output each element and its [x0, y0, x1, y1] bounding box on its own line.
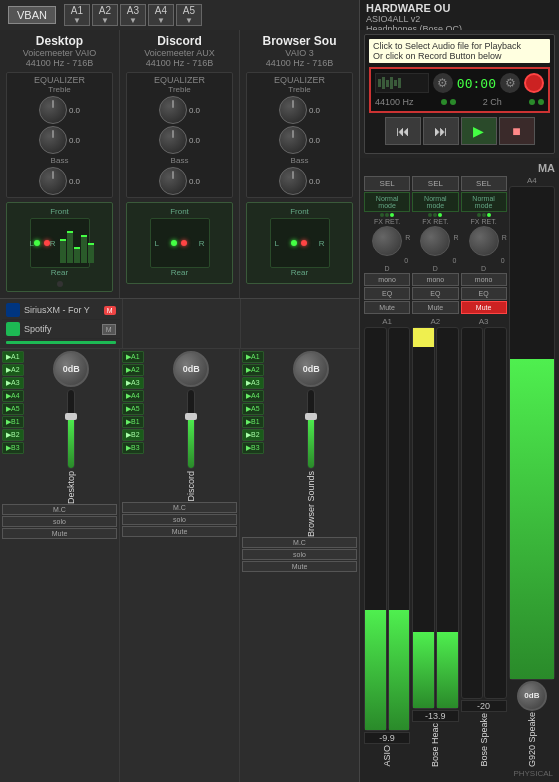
treble-knob-discord[interactable]: [159, 96, 187, 124]
fader-knob-desktop[interactable]: 0dB: [53, 351, 89, 387]
mode-a3[interactable]: Normalmode: [461, 192, 507, 212]
bus-b1-discord[interactable]: ▶B1: [122, 416, 144, 428]
fader-handle-desktop[interactable]: [65, 413, 77, 420]
mode-asio[interactable]: Normalmode: [364, 192, 410, 212]
record-button[interactable]: [524, 73, 544, 93]
fader-knob-browser[interactable]: 0dB: [293, 351, 329, 387]
bus-a5-browser[interactable]: ▶A5: [242, 403, 264, 415]
spotify-mute[interactable]: M: [102, 324, 116, 335]
bus-b3-browser[interactable]: ▶B3: [242, 442, 264, 454]
eq-asio[interactable]: EQ: [364, 287, 410, 300]
mono-a3[interactable]: mono: [461, 273, 507, 286]
solo-discord[interactable]: solo: [122, 514, 237, 525]
bus-b3-discord[interactable]: ▶B3: [122, 442, 144, 454]
stop-button[interactable]: ■: [499, 117, 535, 145]
bus-a5-desktop[interactable]: ▶A5: [2, 403, 24, 415]
bus-a3-browser[interactable]: ▶A3: [242, 377, 264, 389]
bus-a5-discord[interactable]: ▶A5: [122, 403, 144, 415]
mid-knob-browser[interactable]: [279, 126, 307, 154]
master-ch-a2: SEL Normalmode FX RET. R 0: [412, 176, 458, 767]
bus-a4-desktop[interactable]: ▶A4: [2, 390, 24, 402]
tape-row: ⚙ 00:00 ⚙: [375, 73, 544, 93]
recorder-hint[interactable]: Click to Select Audio file for Playback …: [369, 39, 550, 63]
bus-a3-discord[interactable]: ▶A3: [122, 377, 144, 389]
bass-knob-desktop[interactable]: [39, 167, 67, 195]
fader-track-discord[interactable]: [187, 389, 195, 469]
gear-icon-2[interactable]: ⚙: [500, 73, 520, 93]
mute-browser[interactable]: Mute: [242, 561, 357, 572]
knob-a2[interactable]: [420, 226, 450, 256]
led-l-discord: [171, 240, 177, 246]
mode-a2[interactable]: Normalmode: [412, 192, 458, 212]
bus-a4-browser[interactable]: ▶A4: [242, 390, 264, 402]
bus-a1-discord[interactable]: ▶A1: [122, 351, 144, 363]
fader-track-browser[interactable]: [307, 389, 315, 469]
bus-a1-browser[interactable]: ▶A1: [242, 351, 264, 363]
sel-a3[interactable]: SEL: [461, 176, 507, 191]
bus-a2-discord[interactable]: ▶A2: [122, 364, 144, 376]
bus-b2-browser[interactable]: ▶B2: [242, 429, 264, 441]
mute-desktop[interactable]: Mute: [2, 528, 117, 539]
bass-knob-browser[interactable]: [279, 167, 307, 195]
mc-desktop[interactable]: M.C: [2, 504, 117, 515]
mono-a2[interactable]: mono: [412, 273, 458, 286]
bass-row-browser: 0.0: [279, 167, 320, 195]
sel-a2[interactable]: SEL: [412, 176, 458, 191]
vban-button[interactable]: VBAN: [8, 6, 56, 24]
fader-knob-discord[interactable]: 0dB: [173, 351, 209, 387]
bus-buttons: A1 ▼ A2 ▼ A3 ▼: [64, 4, 146, 26]
master-fader-knob[interactable]: 0dB: [517, 681, 547, 711]
solo-browser[interactable]: solo: [242, 549, 357, 560]
bus-b2-discord[interactable]: ▶B2: [122, 429, 144, 441]
app-list-desktop: SiriusXM - For Y M Spotify M: [0, 299, 123, 348]
treble-knob-desktop[interactable]: [39, 96, 67, 124]
mc-discord[interactable]: M.C: [122, 502, 237, 513]
fast-forward-button[interactable]: ⏭: [423, 117, 459, 145]
vu2-a2: [436, 327, 459, 709]
eq-a2[interactable]: EQ: [412, 287, 458, 300]
bus-a2-desktop[interactable]: ▶A2: [2, 364, 24, 376]
play-button[interactable]: ▶: [461, 117, 497, 145]
bass-row-desktop: 0.0: [39, 167, 80, 195]
mono-asio[interactable]: mono: [364, 273, 410, 286]
bus-a4-discord[interactable]: ▶A4: [122, 390, 144, 402]
mid-knob-desktop[interactable]: [39, 126, 67, 154]
mc-browser[interactable]: M.C: [242, 537, 357, 548]
bus-b1-desktop[interactable]: ▶B1: [2, 416, 24, 428]
master-channels: SEL Normalmode FX RET. R 0: [364, 176, 555, 767]
fader-handle-discord[interactable]: [185, 413, 197, 420]
bus-a1-desktop[interactable]: ▶A1: [2, 351, 24, 363]
bus-b2-desktop[interactable]: ▶B2: [2, 429, 24, 441]
mute-asio[interactable]: Mute: [364, 301, 410, 314]
fader-handle-browser[interactable]: [305, 413, 317, 420]
mute-a3[interactable]: Mute: [461, 301, 507, 314]
knob-asio[interactable]: [372, 226, 402, 256]
bus-a4[interactable]: A4 ▼: [148, 4, 174, 26]
mid-knob-discord[interactable]: [159, 126, 187, 154]
lr-leds: [34, 239, 50, 248]
bus-b3-desktop[interactable]: ▶B3: [2, 442, 24, 454]
spotify-icon: [6, 322, 20, 336]
eq-a3[interactable]: EQ: [461, 287, 507, 300]
bus-a1[interactable]: A1 ▼: [64, 4, 90, 26]
rewind-button[interactable]: ⏮: [385, 117, 421, 145]
bass-knob-discord[interactable]: [159, 167, 187, 195]
bus-a2-browser[interactable]: ▶A2: [242, 364, 264, 376]
knob-a3[interactable]: [469, 226, 499, 256]
bus-a3[interactable]: A3 ▼: [120, 4, 146, 26]
treble-knob-browser[interactable]: [279, 96, 307, 124]
bus-a2[interactable]: A2 ▼: [92, 4, 118, 26]
solo-desktop[interactable]: solo: [2, 516, 117, 527]
sel-asio[interactable]: SEL: [364, 176, 410, 191]
fader-track-desktop[interactable]: [67, 389, 75, 469]
bus-b1-browser[interactable]: ▶B1: [242, 416, 264, 428]
ch-name-a2: Bose Heac: [430, 723, 440, 767]
mute-a2[interactable]: Mute: [412, 301, 458, 314]
gear-icon[interactable]: ⚙: [433, 73, 453, 93]
bus-a5[interactable]: A5 ▼: [176, 4, 202, 26]
ch-label-browser: Browser Sounds: [306, 471, 316, 537]
mid-row-browser: 0.0: [279, 126, 320, 154]
mute-discord[interactable]: Mute: [122, 526, 237, 537]
bus-a3-desktop[interactable]: ▶A3: [2, 377, 24, 389]
app-item-sirius: SiriusXM - For Y M: [2, 301, 120, 320]
